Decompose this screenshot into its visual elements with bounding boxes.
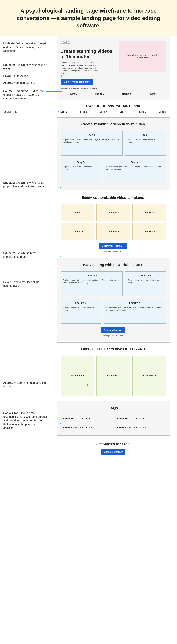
template-5: Template 5 (96, 223, 130, 240)
faq-4: Answer SALES OBJECTION 4 (116, 424, 164, 431)
sticky-cta-button[interactable]: Create a video today (101, 449, 125, 455)
step-1-title: Step 1 (63, 134, 120, 136)
step-4-card: Step 4 Explain step with more details an… (104, 158, 166, 183)
template-2: Template 2 (96, 204, 130, 221)
faq-2: Answer SALES OBJECTION 2 (116, 414, 164, 422)
ann-educate2: Educate: Explain how your value proposit… (3, 181, 48, 188)
step-4-title: Step 4 (106, 161, 163, 164)
ann-credibility: Source Credibility: Build source credibi… (3, 89, 48, 100)
hero-cta-button[interactable]: Explore Video Templates (61, 79, 93, 85)
brand-logo-4: Logo 4 (119, 110, 126, 113)
templates-section: 5000+ customizable video templates Templ… (57, 191, 170, 257)
testimonials-section: Over 800,000 users love OUR BRAND Testim… (57, 342, 170, 400)
hero-headline: Create stunning videos in 15 minutes (61, 48, 115, 59)
feature-4-body: Explain feature with more details and im… (106, 306, 163, 312)
wireframe-column: LOGO Create stunning videos in 15 minute… (53, 36, 177, 466)
social-proof-section: Over 800,000 users love OUR BRAND Logo 1… (57, 101, 170, 116)
feature-1-title: Feature 1 (63, 274, 120, 277)
hero-media-placeholder: Exemplify value proposition with image/v… (119, 41, 166, 72)
sticky-heading: Get Started for Free! (62, 442, 165, 446)
page-title: A psychological landing page wireframe t… (0, 0, 177, 36)
feature-2-title: Feature 2 (128, 274, 163, 277)
templates-note: No credit card required. (61, 250, 166, 252)
hero-section: LOGO Create stunning videos in 15 minute… (57, 36, 170, 100)
brand-logo-6: Logo 6 (159, 110, 166, 113)
features-heading: Easy editing with powerful features (61, 263, 166, 267)
step-4-body: Explain step with more details and image… (106, 166, 163, 171)
feature-2-body: Explain feature with more details and im… (128, 279, 163, 284)
feature-2-card: Feature 2 Explain feature with more deta… (125, 272, 166, 296)
template-1: Template 1 (61, 204, 94, 221)
step-2-title: Step 2 (128, 134, 163, 136)
brand-logo-2: Logo 2 (80, 110, 87, 113)
social-heading: Over 800,000 users love OUR BRAND (61, 104, 166, 108)
templates-heading: 5000+ customizable video templates (61, 196, 166, 200)
logo: LOGO (61, 41, 115, 44)
template-3: Template 3 (132, 204, 166, 221)
faq-1: Answer SALES OBJECTION 1 (62, 414, 110, 422)
faq-3: Answer SALES OBJECTION 3 (62, 424, 110, 431)
ann-motivate: Motivate: Value proposition, target audi… (3, 42, 48, 53)
ann-educate3: Educate: Explain the most important feat… (3, 251, 48, 259)
step-2-body: Explain step with more details and image… (128, 138, 163, 144)
step-1-body: Explain step with more details and image… (63, 138, 120, 144)
ann-pave2: Pave: Remind the user of the desired act… (3, 280, 48, 288)
steps-section: Create stunning videos in 15 minutes Ste… (57, 118, 170, 190)
rating-1: Rating 1 (61, 93, 86, 95)
steps-heading: Create stunning videos in 15 minutes (61, 122, 166, 126)
step-3-title: Step 3 (63, 161, 99, 164)
features-note: No design skills are needed! (61, 335, 166, 337)
brand-logo-5: Logo 5 (139, 110, 146, 113)
faqs-section: FAQs Answer SALES OBJECTION 1 Answer SAL… (57, 401, 170, 436)
template-6: Template 6 (132, 223, 166, 240)
testimonials-heading: Over 800,000 users love OUR BRAND (61, 347, 166, 351)
feature-1-body: Explain feature with more details and im… (63, 279, 120, 284)
annotations-column: Motivate: Value proposition, target audi… (0, 36, 53, 466)
features-section: Easy editing with powerful features Feat… (57, 258, 170, 341)
template-4: Template 4 (61, 223, 94, 240)
feature-3-card: Feature 3 Explain feature with more deta… (61, 299, 101, 324)
features-cta-button[interactable]: Create a video today (101, 328, 125, 333)
brand-logo-1: Logo 1 (61, 110, 67, 113)
faqs-heading: FAQs (61, 406, 166, 410)
testimonial-2: Testimonial 2 (96, 356, 130, 396)
sticky-cta-section: Get Started for Free! Create a video tod… (57, 437, 170, 460)
hero-barrier-text: No credit card required. Trusted by 7M p… (61, 87, 115, 89)
ratings-row: Rating 1 Rating 2 Rating 3 Rating 4 (61, 93, 166, 95)
brand-logo-3: Logo 3 (100, 110, 107, 113)
step-1-card: Step 1 Explain step with more details an… (61, 131, 123, 156)
feature-4-card: Feature 4 Explain feature with more deta… (104, 299, 166, 324)
ann-educate1: Educate: Explain how your solution works… (3, 63, 48, 70)
testimonial-3: Testimonial 3 (132, 356, 166, 396)
ann-social2: Social Proof: Include the testimonials t… (3, 411, 48, 430)
testimonial-1: Testimonial 1 (61, 356, 94, 396)
ann-demotivate: Address the common demotivating factors. (3, 381, 48, 388)
hero-subtext: You don't need any design skills! Choose… (61, 61, 99, 75)
feature-3-title: Feature 3 (63, 302, 99, 304)
rating-4: Rating 4 (140, 93, 166, 95)
feature-4-title: Feature 4 (106, 302, 163, 304)
rating-3: Rating 3 (114, 93, 139, 95)
templates-cta-button[interactable]: Explore Video Templates (99, 243, 127, 249)
rating-2: Rating 2 (87, 93, 112, 95)
step-3-body: Explain step with more details and image… (63, 166, 99, 171)
step-2-card: Step 2 Explain step with more details an… (125, 131, 166, 156)
feature-3-body: Explain feature with more details and im… (63, 306, 99, 312)
step-3-card: Step 3 Explain step with more details an… (61, 158, 101, 183)
